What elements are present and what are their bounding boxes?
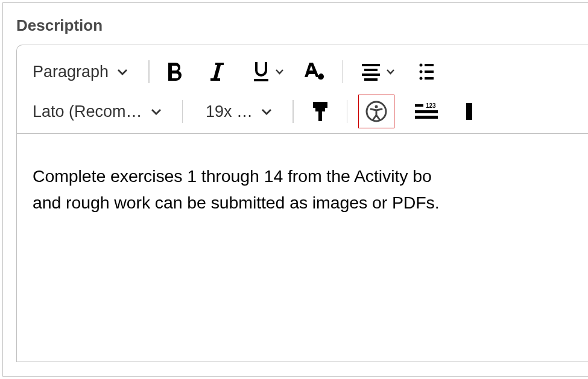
font-family-dropdown[interactable]: Lato (Recom… xyxy=(30,99,171,125)
bullet-list-button[interactable] xyxy=(412,57,441,86)
editor-toolbar: Paragraph xyxy=(17,45,588,134)
more-icon xyxy=(465,102,473,121)
word-count-icon: 123 xyxy=(414,103,439,120)
svg-rect-19 xyxy=(466,103,472,120)
format-painter-icon xyxy=(309,101,331,122)
svg-rect-12 xyxy=(318,111,322,121)
toolbar-divider xyxy=(148,60,150,83)
svg-rect-1 xyxy=(364,69,378,71)
word-count-button[interactable]: 123 xyxy=(409,97,444,126)
accessibility-highlight xyxy=(358,95,394,128)
bold-button[interactable] xyxy=(160,57,189,86)
align-button[interactable] xyxy=(353,57,400,86)
svg-point-4 xyxy=(420,64,423,67)
svg-rect-8 xyxy=(425,70,434,73)
svg-rect-7 xyxy=(425,64,434,66)
svg-rect-10 xyxy=(313,102,327,108)
align-icon xyxy=(361,63,381,81)
format-painter-button[interactable] xyxy=(305,97,336,126)
font-size-dropdown[interactable]: 19x … xyxy=(194,99,282,125)
bold-icon xyxy=(166,61,184,82)
text-color-icon xyxy=(302,61,326,82)
svg-rect-9 xyxy=(425,77,434,80)
svg-rect-18 xyxy=(415,116,438,119)
svg-rect-3 xyxy=(364,78,378,81)
svg-rect-15 xyxy=(415,104,423,107)
svg-point-6 xyxy=(420,77,423,80)
toolbar-divider xyxy=(347,100,348,123)
toolbar-divider xyxy=(292,100,294,123)
underline-icon xyxy=(252,61,270,83)
more-tools-button[interactable] xyxy=(455,97,484,126)
bullet-list-icon xyxy=(419,63,434,81)
accessibility-checker-button[interactable] xyxy=(360,96,393,127)
chevron-down-icon xyxy=(386,69,395,75)
rich-text-editor: Paragraph xyxy=(16,45,588,362)
font-size-label: 19x … xyxy=(206,102,253,121)
svg-rect-0 xyxy=(362,64,380,66)
toolbar-row-2: Lato (Recom… 19x … xyxy=(30,97,588,126)
svg-rect-2 xyxy=(362,74,380,76)
italic-icon xyxy=(209,61,225,82)
content-line-2: and rough work can be submitted as image… xyxy=(33,189,588,216)
toolbar-divider xyxy=(182,100,183,123)
chevron-down-icon xyxy=(151,105,162,118)
svg-text:123: 123 xyxy=(426,103,436,109)
text-color-button[interactable] xyxy=(297,57,331,86)
accessibility-icon xyxy=(365,100,388,123)
content-line-1: Complete exercises 1 through 14 from the… xyxy=(33,163,588,189)
chevron-down-icon xyxy=(117,66,128,78)
svg-point-14 xyxy=(375,105,378,108)
toolbar-divider xyxy=(342,60,343,83)
block-format-dropdown[interactable]: Paragraph xyxy=(30,59,138,85)
svg-rect-11 xyxy=(315,108,325,111)
svg-rect-17 xyxy=(415,110,438,113)
toolbar-row-1: Paragraph xyxy=(30,57,588,86)
editor-content[interactable]: Complete exercises 1 through 14 from the… xyxy=(17,134,588,216)
font-family-label: Lato (Recom… xyxy=(33,102,142,121)
chevron-down-icon xyxy=(261,105,272,118)
field-label: Description xyxy=(16,16,588,35)
svg-point-5 xyxy=(420,70,423,74)
italic-button[interactable] xyxy=(203,57,232,86)
description-field: Description Paragraph xyxy=(2,2,588,377)
chevron-down-icon xyxy=(275,69,284,75)
underline-button[interactable] xyxy=(245,57,289,86)
block-format-label: Paragraph xyxy=(33,63,109,81)
